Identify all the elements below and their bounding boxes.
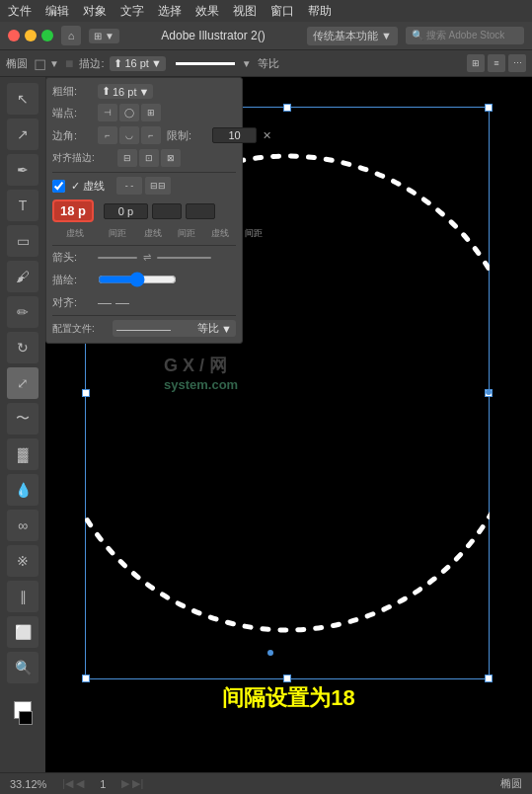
align-inside[interactable]: ⊡ [139, 149, 159, 167]
shape-label: 椭圆 [6, 56, 28, 71]
gap-input-2[interactable] [152, 203, 182, 219]
gap-input-3[interactable] [186, 203, 215, 219]
eyedropper-tool[interactable]: 💧 [7, 474, 38, 506]
corner-bevel[interactable]: ⌐ [141, 126, 161, 144]
menu-window[interactable]: 窗口 [270, 3, 294, 20]
artboard-tool[interactable]: ⬜ [7, 616, 38, 648]
panel-icons: ⊞ ≡ ⋯ [467, 54, 526, 72]
options-bar: 椭圆 ◻ ▼ ■ 描边: ⬆ 16 pt ▼ ▼ 等比 ⊞ ≡ ⋯ [0, 49, 532, 77]
gap-input-1[interactable] [104, 203, 148, 219]
align-row: 对齐描边: ⊟ ⊡ ⊠ [52, 149, 236, 167]
window-controls [8, 30, 53, 41]
menu-file[interactable]: 文件 [8, 3, 32, 20]
more-icon[interactable]: ⋯ [508, 54, 526, 72]
align2-options[interactable]: — — [98, 294, 129, 310]
offset-row: 描绘: [52, 270, 236, 289]
scale-tool[interactable]: ⤢ [7, 367, 38, 399]
maximize-button[interactable] [41, 30, 53, 41]
cap-butt[interactable]: ⊣ [98, 104, 117, 121]
left-toolbar: ↖ ↗ ✒ T ▭ 🖌 ✏ ↻ ⤢ 〜 ▓ 💧 ∞ ※ ∥ ⬜ 🔍 [0, 77, 45, 772]
pencil-tool[interactable]: ✏ [7, 296, 38, 328]
corner-miter[interactable]: ⌐ [98, 126, 117, 144]
align-center[interactable]: ⊟ [117, 149, 137, 167]
ratio-label: 等比 [258, 56, 279, 71]
arrow-start[interactable] [98, 257, 137, 259]
type-tool[interactable]: T [7, 190, 38, 221]
offset-label: 描绘: [52, 273, 92, 287]
menu-bar: 文件 编辑 对象 文字 选择 效果 视图 窗口 帮助 [0, 0, 532, 22]
arrange-icon[interactable]: ⊞ [467, 54, 485, 72]
paintbrush-tool[interactable]: 🖌 [7, 261, 38, 292]
menu-edit[interactable]: 编辑 [45, 3, 69, 20]
menu-object[interactable]: 对象 [83, 3, 107, 20]
panel-divider-2 [52, 245, 236, 246]
cap-buttons: ⊣ ◯ ⊞ [98, 104, 161, 121]
label-gap1: 间距 [100, 227, 134, 240]
symbol-tool[interactable]: ※ [7, 545, 38, 577]
app-title: Adobe Illustrator 2() [127, 29, 299, 42]
stock-search[interactable]: 🔍 搜索 Adobe Stock [406, 27, 524, 44]
zoom-tool[interactable]: 🔍 [7, 652, 38, 683]
stroke-color[interactable] [19, 711, 33, 725]
dashed-checkbox[interactable] [52, 180, 65, 193]
zoom-level[interactable]: 33.12% [10, 778, 46, 790]
arrow-label: 箭头: [52, 250, 92, 265]
home-icon[interactable]: ⌂ [61, 26, 81, 45]
workspace-dropdown[interactable]: 传统基本功能 ▼ [307, 27, 398, 45]
fill-swatch[interactable]: ■ [65, 55, 73, 71]
weight-dropdown[interactable]: ⬆ 16 pt ▼ [98, 84, 153, 99]
arrow-swap-icon[interactable]: ⇌ [143, 252, 151, 263]
blend-tool[interactable]: ∞ [7, 510, 38, 541]
cap-round[interactable]: ◯ [119, 104, 139, 121]
menu-view[interactable]: 视图 [233, 3, 257, 20]
label-dash3: 虚线 [205, 227, 235, 240]
close-button[interactable] [8, 30, 20, 41]
minimize-button[interactable] [25, 30, 37, 41]
warp-tool[interactable]: 〜 [7, 403, 38, 435]
close-icon[interactable]: ✕ [263, 129, 271, 142]
align2-row: 对齐: — — [52, 294, 236, 310]
color-swatches [13, 701, 33, 725]
offset-slider[interactable] [98, 270, 177, 289]
limit-label: 限制: [167, 128, 206, 143]
dashed-label: ✓ 虚线 [71, 179, 111, 194]
stroke-style-area: ▼ [172, 58, 252, 69]
arrow-row: 箭头: ⇌ [52, 250, 236, 265]
anchor-point-bottom [267, 650, 273, 656]
dash-option-1[interactable]: - - [116, 177, 142, 195]
menu-select[interactable]: 选择 [158, 3, 182, 20]
column-tool[interactable]: ∥ [7, 581, 38, 612]
page-number: 1 [100, 778, 106, 790]
shape-tool[interactable]: ▭ [7, 225, 38, 257]
anchor-point-right [486, 389, 492, 395]
corner-label: 边角: [52, 128, 92, 143]
dashed-options: - - ⊟⊟ [116, 177, 171, 195]
select-tool[interactable]: ↖ [7, 83, 38, 115]
limit-input[interactable] [212, 127, 257, 143]
cap-row: 端点: ⊣ ◯ ⊞ [52, 104, 236, 121]
corner-round[interactable]: ◡ [119, 126, 139, 144]
dash-option-2[interactable]: ⊟⊟ [145, 177, 171, 195]
view-mode-dropdown[interactable]: ⊞▼ [89, 29, 119, 43]
align-icon[interactable]: ≡ [488, 54, 505, 72]
stroke-color-swatch[interactable]: ◻ [34, 54, 46, 73]
stroke-size-dropdown[interactable]: ⬆ 16 pt ▼ [110, 56, 165, 71]
align-outside[interactable]: ⊠ [161, 149, 181, 167]
pen-tool[interactable]: ✒ [7, 154, 38, 186]
gradient-tool[interactable]: ▓ [7, 438, 38, 470]
cap-square[interactable]: ⊞ [141, 104, 161, 121]
status-bar: 33.12% |◀ ◀ 1 ▶ ▶| 椭圆 [0, 772, 532, 794]
menu-help[interactable]: 帮助 [308, 3, 332, 20]
gap-inputs [104, 203, 215, 219]
align-label: 对齐描边: [52, 151, 112, 165]
config-label: 配置文件: [52, 322, 107, 336]
menu-text[interactable]: 文字 [120, 3, 144, 20]
label-dash: 虚线 [54, 227, 96, 240]
direct-select-tool[interactable]: ↗ [7, 119, 38, 150]
arrow-end[interactable] [157, 257, 211, 259]
rotate-tool[interactable]: ↻ [7, 332, 38, 363]
dash-input-highlighted[interactable]: 18 p [52, 199, 94, 222]
stroke-preview [176, 62, 235, 65]
menu-effect[interactable]: 效果 [195, 3, 219, 20]
config-dropdown[interactable]: ————— 等比 ▼ [113, 320, 236, 337]
